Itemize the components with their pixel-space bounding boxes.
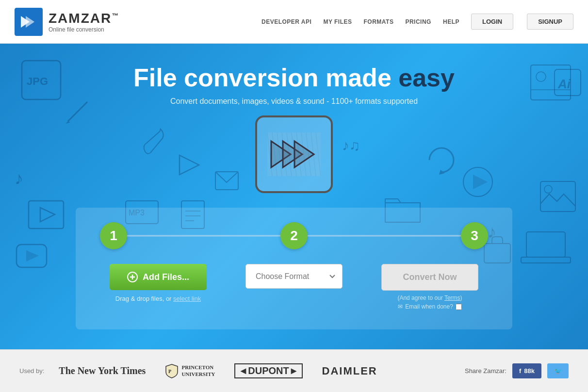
- svg-marker-19: [439, 170, 445, 175]
- steps-track: 1 2 3: [100, 222, 488, 249]
- partner-daimler: DAIMLER: [322, 365, 377, 377]
- step-1-circle: 1: [100, 222, 127, 249]
- twitter-icon: 🐦: [554, 367, 562, 375]
- svg-text:P: P: [168, 369, 171, 374]
- svg-rect-9: [16, 245, 47, 267]
- steps-actions: Add Files... Drag & drop files, or selec…: [100, 264, 488, 310]
- step-3-circle: 3: [461, 222, 488, 249]
- svg-rect-29: [521, 257, 571, 263]
- partner-logos: The New York Times P PRINCETONUNIVERSITY…: [59, 363, 465, 379]
- step-3-action: Convert Now (And agree to our Terms) ✉ E…: [372, 264, 488, 310]
- partner-princeton: P PRINCETONUNIVERSITY: [165, 363, 215, 379]
- partner-nyt: The New York Times: [59, 365, 146, 376]
- svg-rect-20: [531, 65, 571, 100]
- logo-area: ZAMZAR™ Online file conversion: [15, 8, 119, 36]
- svg-rect-7: [29, 201, 64, 229]
- header: ZAMZAR™ Online file conversion DEVELOPER…: [0, 0, 588, 44]
- step-1-action: Add Files... Drag & drop files, or selec…: [100, 264, 216, 302]
- svg-text:♪: ♪: [15, 168, 23, 188]
- svg-rect-31: [540, 181, 575, 212]
- svg-line-4: [68, 102, 87, 121]
- svg-marker-1: [26, 16, 34, 28]
- terms-link[interactable]: Terms: [444, 294, 460, 301]
- email-when-done: ✉ Email when done?: [398, 303, 462, 310]
- share-label: Share Zamzar:: [465, 367, 506, 375]
- svg-rect-12: [215, 172, 238, 190]
- svg-marker-26: [473, 175, 488, 189]
- step-2-circle: 2: [280, 222, 308, 249]
- nav-formats[interactable]: FORMATS: [364, 18, 394, 25]
- step-2-action: Choose Format MP4 MP3 PDF JPG PNG: [236, 264, 352, 289]
- nav-developer-api[interactable]: DEVELOPER API: [261, 18, 311, 25]
- email-checkbox[interactable]: [456, 304, 462, 310]
- svg-point-32: [544, 185, 552, 193]
- svg-marker-10: [26, 250, 39, 261]
- email-icon: ✉: [398, 303, 403, 310]
- convert-now-button[interactable]: Convert Now: [381, 264, 478, 291]
- logo-text: ZAMZAR™ Online file conversion: [49, 11, 119, 33]
- login-button[interactable]: LOGIN: [471, 14, 513, 30]
- facebook-icon: f: [519, 367, 521, 375]
- logo-icon: [15, 8, 43, 36]
- svg-text:Ai: Ai: [557, 77, 571, 91]
- svg-rect-23: [555, 69, 581, 96]
- facebook-share-button[interactable]: f 88k: [512, 363, 541, 378]
- terms-text: (And agree to our Terms): [397, 294, 462, 301]
- svg-rect-28: [526, 232, 565, 257]
- choose-format-select[interactable]: Choose Format MP4 MP3 PDF JPG PNG: [245, 264, 343, 289]
- facebook-count: 88k: [524, 367, 535, 375]
- nav: DEVELOPER API MY FILES FORMATS PRICING H…: [261, 14, 573, 30]
- nav-my-files[interactable]: MY FILES: [323, 18, 352, 25]
- svg-rect-2: [22, 61, 61, 99]
- add-files-button[interactable]: Add Files...: [110, 264, 207, 290]
- svg-marker-11: [180, 155, 199, 175]
- steps-container: 1 2 3 Add Files... Drag & drop files, or: [76, 208, 512, 329]
- logo-subtitle: Online file conversion: [49, 26, 119, 33]
- hero-center-animation: [255, 115, 333, 193]
- select-link[interactable]: select link: [173, 295, 201, 302]
- hero-subtitle: Convert documents, images, videos & soun…: [170, 97, 418, 106]
- svg-point-25: [463, 167, 492, 196]
- partner-dupont: ◄DUPONT►: [234, 363, 302, 378]
- twitter-share-button[interactable]: 🐦: [547, 363, 569, 378]
- signup-button[interactable]: SIGNUP: [527, 14, 573, 30]
- svg-marker-5: [65, 121, 70, 124]
- svg-point-22: [536, 72, 546, 82]
- footer-bar: Used by: The New York Times P PRINCETONU…: [0, 349, 588, 392]
- hero-section: JPG ♪ MP3: [0, 44, 588, 349]
- princeton-shield: P: [165, 363, 179, 379]
- hero-title: File conversion made easy: [133, 63, 455, 92]
- nav-help[interactable]: HELP: [443, 18, 459, 25]
- nav-pricing[interactable]: PRICING: [405, 18, 431, 25]
- svg-marker-8: [40, 208, 55, 222]
- used-by-label: Used by:: [19, 367, 44, 375]
- logo-name: ZAMZAR™: [49, 11, 119, 26]
- upload-icon: [127, 272, 138, 282]
- svg-text:JPG: JPG: [27, 75, 48, 87]
- svg-text:♪♫: ♪♫: [342, 137, 360, 153]
- share-area: Share Zamzar: f 88k 🐦: [465, 363, 569, 378]
- drag-drop-text: Drag & drop files, or select link: [115, 295, 201, 302]
